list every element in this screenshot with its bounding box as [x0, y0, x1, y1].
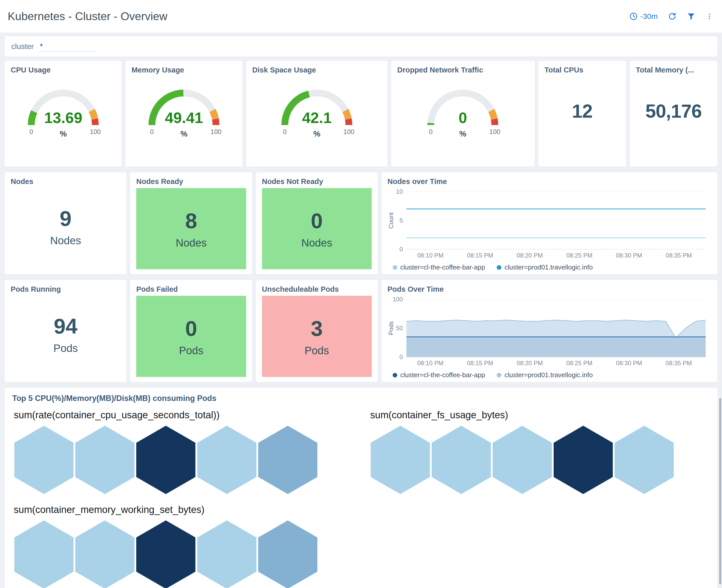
nodes-not-ready-count: 0	[311, 209, 323, 233]
dashboard-header: Kubernetes - Cluster - Overview -30m	[0, 0, 722, 33]
pods-running-count: 94	[5, 314, 127, 339]
hexagon-cell[interactable]	[136, 426, 195, 494]
cluster-filter-input[interactable]	[38, 41, 97, 52]
panel-nodes-not-ready: Nodes Not Ready 0 Nodes	[256, 172, 378, 274]
time-range-button[interactable]: -30m	[629, 12, 658, 21]
svg-text:100: 100	[392, 296, 403, 303]
pods-running-tile: 94 Pods	[5, 314, 127, 355]
panel-disk-space-usage: Disk Space Usage 42.10100%	[246, 61, 387, 167]
svg-text:0: 0	[459, 109, 467, 126]
svg-text:08:10 PM: 08:10 PM	[417, 360, 443, 366]
hexagon-cell[interactable]	[615, 426, 674, 494]
panel-title: Nodes over Time	[387, 177, 711, 186]
panel-memory-usage: Memory Usage 49.410100%	[125, 61, 242, 167]
gauge-svg: 13.690100%	[19, 81, 108, 137]
gauges-row: CPU Usage 13.690100% Memory Usage 49.410…	[5, 61, 717, 167]
panel-title: Dropped Network Traffic	[397, 66, 529, 74]
memory-usage-gauge: 49.410100%	[139, 81, 229, 137]
hexagon-cell[interactable]	[197, 520, 256, 588]
kebab-menu-button[interactable]	[706, 12, 713, 21]
svg-text:42.1: 42.1	[302, 109, 332, 126]
chart-svg: 0510Count08:10 PM08:15 PM08:20 PM08:25 P…	[386, 188, 712, 259]
nodes-over-time-legend: cluster=cl-the-coffee-bar-appcluster=pro…	[392, 264, 593, 271]
filter-bar: cluster	[5, 36, 717, 57]
hexagon-cell[interactable]	[432, 426, 491, 494]
legend-label: cluster=prod01.travellogic.info	[504, 371, 593, 379]
disk-space-usage-gauge: 42.10100%	[272, 81, 362, 137]
dashboard-page: Kubernetes - Cluster - Overview -30m	[0, 0, 722, 588]
svg-text:50: 50	[396, 324, 403, 332]
svg-text:08:35 PM: 08:35 PM	[666, 360, 692, 366]
legend-item[interactable]: cluster=prod01.travellogic.info	[497, 371, 593, 379]
svg-text:100: 100	[90, 128, 101, 135]
section-title: Top 5 CPU(%)/Memory(MB)/Disk(MB) consumi…	[12, 394, 710, 403]
legend-item[interactable]: cluster=prod01.travellogic.info	[497, 264, 593, 271]
hexagon-cell[interactable]	[14, 520, 73, 588]
unschedulable-pods-tile[interactable]: 3 Pods	[262, 296, 372, 377]
memory-honeycomb	[12, 520, 353, 588]
filter-label: cluster	[11, 42, 34, 51]
cpu-honeycomb	[12, 426, 353, 494]
svg-text:08:15 PM: 08:15 PM	[467, 360, 493, 366]
svg-text:08:25 PM: 08:25 PM	[566, 252, 592, 259]
panel-title: Memory Usage	[131, 66, 236, 74]
refresh-button[interactable]	[668, 12, 677, 21]
total-memory-value: 50,176	[636, 100, 711, 122]
hexagon-cell[interactable]	[197, 426, 256, 494]
fs-honeycomb	[369, 426, 710, 494]
legend-label: cluster=prod01.travellogic.info	[504, 264, 593, 271]
hexagon-cell[interactable]	[75, 426, 134, 494]
hexagon-cell[interactable]	[554, 426, 613, 494]
svg-text:100: 100	[211, 128, 221, 135]
filter-button[interactable]	[687, 12, 696, 21]
nodes-ready-tile[interactable]: 8 Nodes	[136, 188, 246, 269]
hexagon-cell[interactable]	[371, 426, 430, 494]
legend-item[interactable]: cluster=cl-the-coffee-bar-app	[392, 264, 485, 271]
svg-text:Count: Count	[387, 212, 395, 229]
svg-text:%: %	[180, 129, 187, 137]
legend-dot	[497, 373, 501, 377]
svg-text:08:20 PM: 08:20 PM	[517, 252, 543, 259]
legend-label: cluster=cl-the-coffee-bar-app	[400, 371, 485, 379]
legend-dot	[392, 265, 397, 270]
nodes-count: 9	[5, 206, 127, 231]
honeycomb-memory-block: sum(container_memory_working_set_bytes)	[12, 503, 353, 588]
panel-pods-over-time: Pods Over Time 050100Pods08:10 PM08:15 P…	[381, 280, 717, 382]
panel-pods-running: Pods Running 94 Pods	[5, 280, 127, 382]
svg-text:%: %	[313, 129, 320, 137]
panel-total-cpus: Total CPUs 12	[538, 61, 626, 167]
hexagon-cell[interactable]	[258, 520, 317, 588]
hexagon-cell[interactable]	[14, 426, 73, 494]
svg-text:%: %	[460, 129, 466, 137]
vertical-scrollbar-thumb[interactable]	[719, 398, 721, 584]
pods-failed-count: 0	[185, 316, 197, 341]
svg-text:0: 0	[399, 354, 403, 360]
nodes-not-ready-tile[interactable]: 0 Nodes	[262, 188, 372, 269]
panel-title: Pods Failed	[136, 285, 246, 293]
nodes-ready-count: 8	[185, 209, 197, 233]
legend-item[interactable]: cluster=cl-the-coffee-bar-app	[392, 371, 485, 379]
hexagon-cell[interactable]	[75, 520, 134, 588]
svg-text:08:30 PM: 08:30 PM	[616, 252, 642, 259]
nodes-not-ready-unit: Nodes	[301, 237, 332, 249]
header-actions: -30m	[629, 12, 713, 21]
panel-title: Unscheduleable Pods	[262, 285, 372, 293]
honeycomb-grid: sum(rate(container_cpu_usage_seconds_tot…	[12, 408, 710, 588]
svg-text:08:30 PM: 08:30 PM	[616, 360, 642, 366]
svg-text:5: 5	[399, 217, 403, 224]
svg-text:Pods: Pods	[387, 321, 395, 335]
dropped-network-traffic-gauge: 00100%	[418, 81, 507, 137]
hexagon-cell[interactable]	[136, 520, 195, 588]
honeycomb-cpu-block: sum(rate(container_cpu_usage_seconds_tot…	[12, 408, 353, 494]
gauge-svg: 00100%	[418, 81, 507, 137]
nodes-over-time-chart: 0510Count08:10 PM08:15 PM08:20 PM08:25 P…	[386, 188, 712, 259]
svg-text:0: 0	[399, 246, 403, 253]
pods-failed-tile[interactable]: 0 Pods	[136, 296, 246, 377]
nodes-unit: Nodes	[5, 234, 127, 247]
legend-dot	[497, 265, 501, 270]
panel-title: Total CPUs	[545, 66, 620, 74]
clock-icon	[629, 12, 638, 21]
pods-row: Pods Running 94 Pods Pods Failed 0 Pods …	[5, 280, 717, 382]
hexagon-cell[interactable]	[258, 426, 317, 494]
hexagon-cell[interactable]	[493, 426, 552, 494]
